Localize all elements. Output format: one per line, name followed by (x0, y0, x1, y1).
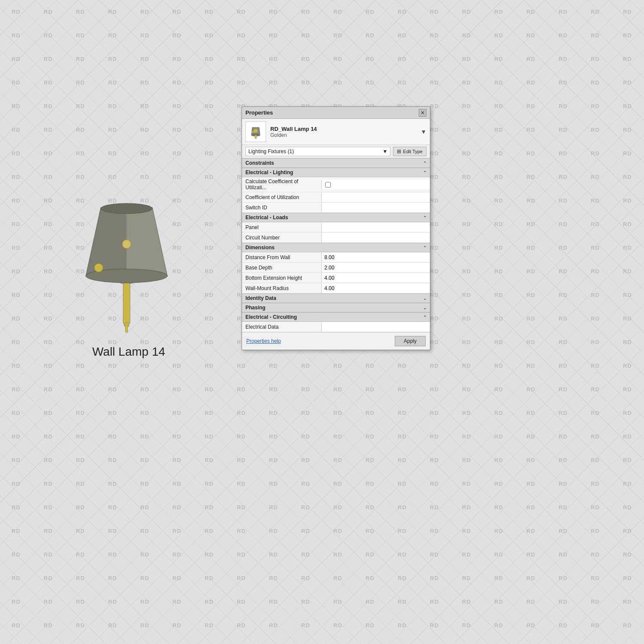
lamp-area: Wall Lamp 14 (21, 129, 236, 386)
svg-point-8 (122, 240, 131, 248)
prop-row-electrical-lighting-0: Calculate Coefficient of Utilizati... (242, 177, 430, 192)
section-header-electrical-circuiting[interactable]: Electrical - Circuiting⌃ (242, 312, 430, 322)
section-arrow-electrical-lighting: ⌃ (423, 170, 426, 175)
prop-label-dimensions-0: Distance From Wall (242, 253, 321, 262)
panel-titlebar: Properties ✕ (242, 107, 430, 119)
section-arrow-constraints: ⌃ (423, 161, 426, 166)
type-row: Lighting Fixtures (1) ▼ ⊞ Edit Type (242, 145, 430, 158)
prop-row-dimensions-0: Distance From Wall (242, 252, 430, 263)
properties-panel: Properties ✕ RD_Wall Lamp 14 Golden ▼ Li… (242, 106, 430, 350)
input-electrical-lighting-1[interactable] (324, 194, 428, 200)
dropdown-arrow-icon: ▼ (382, 148, 387, 154)
input-dimensions-2[interactable] (324, 275, 428, 281)
prop-label-electrical-lighting-0: Calculate Coefficient of Utilizati... (242, 177, 321, 192)
input-dimensions-0[interactable] (324, 254, 428, 260)
properties-table: Constraints⌃Electrical - Lighting⌃Calcul… (242, 158, 430, 332)
prop-value-dimensions-2[interactable] (321, 273, 430, 283)
section-header-phasing[interactable]: Phasing⌄ (242, 303, 430, 312)
prop-label-electrical-loads-1: Circuit Number (242, 233, 321, 242)
prop-value-electrical-lighting-0[interactable] (321, 180, 430, 189)
section-label-electrical-circuiting: Electrical - Circuiting (245, 314, 297, 320)
svg-rect-4 (125, 325, 128, 333)
prop-value-electrical-loads-1 (321, 233, 430, 242)
section-header-dimensions[interactable]: Dimensions⌃ (242, 243, 430, 252)
checkbox-electrical-lighting-0[interactable] (325, 182, 331, 187)
prop-row-dimensions-1: Base Depth (242, 263, 430, 273)
panel-header: RD_Wall Lamp 14 Golden ▼ (242, 119, 430, 145)
svg-rect-2 (123, 283, 130, 324)
edit-type-icon: ⊞ (397, 148, 401, 154)
section-header-electrical-loads[interactable]: Electrical - Loads⌃ (242, 213, 430, 222)
section-header-identity-data[interactable]: Identity Data⌄ (242, 293, 430, 303)
lamp-illustration (60, 156, 197, 336)
input-electrical-loads-0[interactable] (324, 224, 428, 230)
prop-row-electrical-circuiting-0: Electrical Data (242, 322, 430, 332)
edit-type-button[interactable]: ⊞ Edit Type (393, 147, 426, 156)
section-label-constraints: Constraints (245, 160, 274, 166)
prop-value-electrical-lighting-1 (321, 193, 430, 202)
prop-label-dimensions-1: Base Depth (242, 263, 321, 272)
prop-row-electrical-lighting-2: Switch ID (242, 203, 430, 213)
section-arrow-electrical-circuiting: ⌃ (423, 315, 426, 320)
prop-value-electrical-loads-0 (321, 223, 430, 232)
section-label-dimensions: Dimensions (245, 245, 275, 251)
input-dimensions-3[interactable] (324, 285, 428, 291)
panel-footer: Properties help Apply (242, 332, 430, 350)
prop-row-electrical-loads-1: Circuit Number (242, 233, 430, 243)
prop-value-dimensions-3[interactable] (321, 284, 430, 293)
svg-point-9 (94, 263, 103, 272)
prop-row-electrical-lighting-1: Coefficient of Utilization (242, 192, 430, 203)
section-arrow-electrical-loads: ⌃ (423, 215, 426, 220)
section-label-electrical-loads: Electrical - Loads (245, 215, 288, 221)
item-sub: Golden (270, 132, 317, 138)
section-label-identity-data: Identity Data (245, 295, 276, 301)
header-dropdown-arrow[interactable]: ▼ (420, 128, 426, 135)
prop-row-electrical-loads-0: Panel (242, 222, 430, 233)
prop-value-electrical-circuiting-0 (321, 322, 430, 332)
lamp-label: Wall Lamp 14 (92, 345, 165, 359)
prop-row-dimensions-3: Wall-Mount Radius (242, 283, 430, 293)
svg-point-5 (101, 203, 152, 214)
svg-rect-11 (255, 135, 257, 139)
prop-value-dimensions-0[interactable] (321, 253, 430, 262)
prop-label-dimensions-3: Wall-Mount Radius (242, 284, 321, 293)
prop-row-dimensions-2: Bottom Extension Height (242, 273, 430, 283)
section-arrow-dimensions: ⌃ (423, 245, 426, 250)
input-electrical-circuiting-0[interactable] (324, 324, 428, 330)
section-arrow-identity-data: ⌄ (423, 296, 426, 301)
prop-value-dimensions-1[interactable] (321, 263, 430, 272)
prop-label-electrical-loads-0: Panel (242, 223, 321, 232)
type-dropdown[interactable]: Lighting Fixtures (1) ▼ (245, 147, 390, 156)
prop-label-electrical-lighting-2: Switch ID (242, 203, 321, 212)
panel-title: Properties (245, 109, 273, 116)
prop-label-electrical-circuiting-0: Electrical Data (242, 323, 321, 331)
section-header-constraints[interactable]: Constraints⌃ (242, 158, 430, 168)
prop-value-electrical-lighting-2 (321, 203, 430, 212)
prop-label-electrical-lighting-1: Coefficient of Utilization (242, 193, 321, 202)
apply-button[interactable]: Apply (395, 336, 426, 346)
item-info: RD_Wall Lamp 14 Golden (270, 126, 317, 138)
svg-rect-13 (251, 131, 256, 133)
section-label-electrical-lighting: Electrical - Lighting (245, 169, 293, 175)
prop-label-dimensions-2: Bottom Extension Height (242, 274, 321, 282)
section-header-electrical-lighting[interactable]: Electrical - Lighting⌃ (242, 168, 430, 177)
item-name: RD_Wall Lamp 14 (270, 126, 317, 132)
input-electrical-lighting-2[interactable] (324, 205, 428, 211)
section-arrow-phasing: ⌄ (423, 305, 426, 310)
properties-help-link[interactable]: Properties help (246, 338, 281, 344)
item-icon (245, 121, 266, 142)
input-electrical-loads-1[interactable] (324, 235, 428, 241)
input-dimensions-1[interactable] (324, 265, 428, 271)
close-button[interactable]: ✕ (419, 109, 426, 117)
section-label-phasing: Phasing (245, 305, 266, 311)
